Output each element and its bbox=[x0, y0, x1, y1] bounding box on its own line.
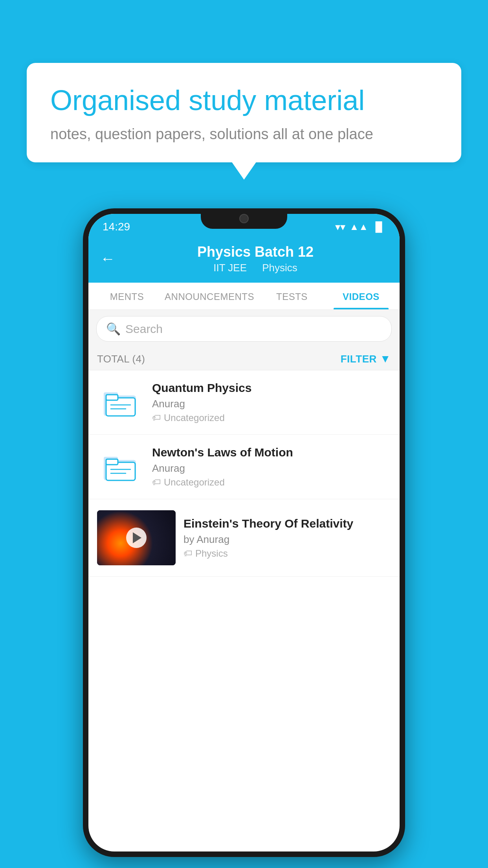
search-bar-container: 🔍 Search bbox=[88, 310, 400, 348]
back-button[interactable]: ← bbox=[100, 250, 115, 267]
play-button[interactable] bbox=[126, 528, 147, 548]
tab-ments[interactable]: MENTS bbox=[92, 283, 161, 309]
tab-announcements[interactable]: ANNOUNCEMENTS bbox=[161, 283, 257, 309]
filter-row: TOTAL (4) FILTER ▼ bbox=[88, 348, 400, 370]
video-tag: 🏷 Physics bbox=[183, 548, 391, 559]
tag-icon: 🏷 bbox=[183, 548, 192, 559]
search-placeholder: Search bbox=[125, 322, 163, 336]
video-title: Quantum Physics bbox=[152, 381, 391, 395]
video-tag: 🏷 Uncategorized bbox=[152, 477, 391, 488]
tag-text: Uncategorized bbox=[164, 477, 225, 488]
list-item[interactable]: Newton's Laws of Motion Anurag 🏷 Uncateg… bbox=[88, 435, 400, 499]
subtitle-part2: Physics bbox=[262, 262, 297, 274]
status-icons: ▾▾ ▲▲ ▐▌ bbox=[335, 221, 385, 233]
status-time: 14:29 bbox=[103, 221, 130, 233]
front-camera bbox=[239, 214, 249, 223]
folder-thumb-1 bbox=[97, 383, 144, 422]
wifi-icon: ▾▾ bbox=[335, 221, 345, 233]
tab-videos[interactable]: VIDEOS bbox=[327, 283, 396, 309]
header-title-group: Physics Batch 12 IIT JEE Physics bbox=[123, 244, 388, 274]
header-title: Physics Batch 12 bbox=[123, 244, 388, 260]
phone-frame: 14:29 ▾▾ ▲▲ ▐▌ ← Physics Batch 12 IIT JE… bbox=[83, 208, 405, 857]
filter-label: FILTER bbox=[341, 353, 377, 365]
play-icon bbox=[133, 532, 141, 543]
video-author: Anurag bbox=[152, 398, 391, 410]
signal-icon: ▲▲ bbox=[349, 221, 368, 232]
video-info-2: Newton's Laws of Motion Anurag 🏷 Uncateg… bbox=[152, 446, 391, 488]
video-author: Anurag bbox=[152, 462, 391, 474]
filter-icon: ▼ bbox=[380, 353, 391, 365]
folder-icon bbox=[103, 387, 138, 418]
app-header: ← Physics Batch 12 IIT JEE Physics bbox=[88, 237, 400, 283]
bubble-subtitle: notes, question papers, solutions all at… bbox=[50, 126, 438, 143]
folder-icon bbox=[103, 451, 138, 483]
speech-bubble: Organised study material notes, question… bbox=[27, 63, 461, 162]
battery-icon: ▐▌ bbox=[372, 221, 385, 232]
search-bar[interactable]: 🔍 Search bbox=[96, 316, 392, 342]
phone-screen: 14:29 ▾▾ ▲▲ ▐▌ ← Physics Batch 12 IIT JE… bbox=[88, 214, 400, 851]
folder-thumb-2 bbox=[97, 447, 144, 487]
video-title: Newton's Laws of Motion bbox=[152, 446, 391, 459]
video-title: Einstein's Theory Of Relativity bbox=[183, 517, 391, 530]
filter-button[interactable]: FILTER ▼ bbox=[341, 353, 391, 365]
search-icon: 🔍 bbox=[106, 322, 121, 336]
bubble-title: Organised study material bbox=[50, 83, 438, 117]
tabs-bar: MENTS ANNOUNCEMENTS TESTS VIDEOS bbox=[88, 283, 400, 310]
video-list: Quantum Physics Anurag 🏷 Uncategorized bbox=[88, 370, 400, 577]
list-item[interactable]: Einstein's Theory Of Relativity by Anura… bbox=[88, 499, 400, 577]
header-subtitle: IIT JEE Physics bbox=[123, 262, 388, 274]
tab-tests[interactable]: TESTS bbox=[257, 283, 327, 309]
svg-rect-3 bbox=[106, 395, 118, 400]
phone-notch bbox=[201, 208, 287, 229]
video-info-3: Einstein's Theory Of Relativity by Anura… bbox=[183, 517, 391, 559]
tag-text: Physics bbox=[195, 548, 228, 559]
video-thumb-3 bbox=[97, 510, 176, 565]
list-item[interactable]: Quantum Physics Anurag 🏷 Uncategorized bbox=[88, 370, 400, 435]
video-info-1: Quantum Physics Anurag 🏷 Uncategorized bbox=[152, 381, 391, 423]
tag-icon: 🏷 bbox=[152, 413, 161, 423]
total-count: TOTAL (4) bbox=[97, 353, 145, 365]
subtitle-part1: IIT JEE bbox=[213, 262, 247, 274]
video-tag: 🏷 Uncategorized bbox=[152, 412, 391, 423]
tag-icon: 🏷 bbox=[152, 477, 161, 487]
tag-text: Uncategorized bbox=[164, 412, 225, 423]
video-author: by Anurag bbox=[183, 533, 391, 546]
svg-rect-9 bbox=[106, 459, 118, 465]
